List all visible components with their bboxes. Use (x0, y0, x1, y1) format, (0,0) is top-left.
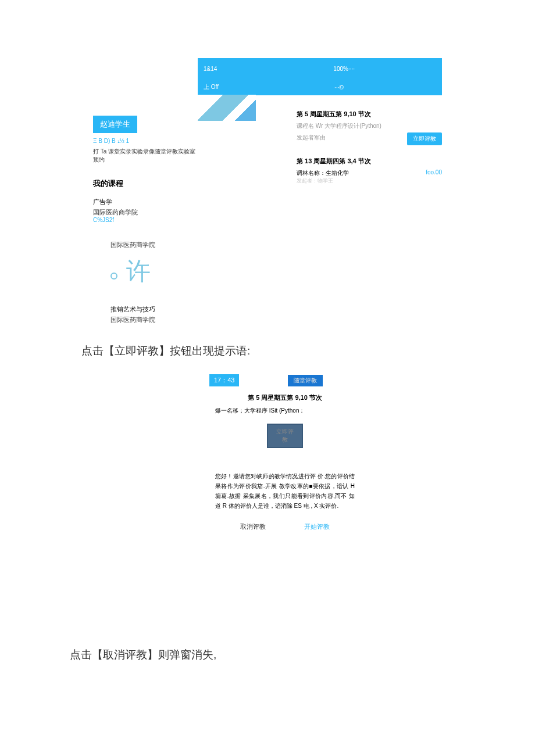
status-row2-left: 上 Off (204, 83, 219, 91)
course-name: 广告学 (93, 198, 201, 206)
eval-title: 第 13 周星期四第 3,4 节次 (297, 157, 442, 166)
status-row2-mid: ···© (219, 84, 436, 91)
course-name: 推销艺术与技巧 (110, 305, 201, 314)
course-code: C%JS2f (93, 217, 201, 223)
modal-time: 17：43 (209, 374, 239, 386)
user-actions[interactable]: 打 Ta 课堂实录实验录像随堂评教实验室预约 (93, 148, 201, 164)
course-item-3[interactable]: 推销艺术与技巧 国际医药商学院 (93, 305, 201, 324)
modal-area: 17：43 随堂评教 第 5 周星期五第 9,10 节次 爆一名移；大学程序 I… (209, 370, 361, 531)
modal-header-button[interactable]: 随堂评教 (288, 375, 323, 386)
modal-eval-button[interactable]: 立即评教 (267, 424, 303, 448)
eval-card-2: 第 13 周星期四第 3,4 节次 调林名称：生箱化学 foo.00 发起者：物… (297, 157, 442, 185)
course-item-1[interactable]: 广告学 国际医药商学院 C%JS2f (93, 198, 201, 223)
status-time: 1&14 (204, 66, 217, 72)
eval-button[interactable]: 立即评教 (407, 132, 442, 145)
instruction-1: 点击【立即评教】按钮出现提示语: (81, 343, 442, 359)
modal-body: 您好！邀请您对峡师的教学情况进行评 价.您的评价结果将作为评价我茄.开展 教学改… (209, 471, 361, 511)
eval-title: 第 5 周星期五第 9,10 节次 (297, 110, 442, 119)
modal-title: 第 5 周星期五第 9,10 节次 (209, 393, 361, 402)
course-char: 许 (126, 255, 151, 288)
header-illustration (198, 95, 256, 121)
course-college: 国际医药商学院 (110, 316, 201, 324)
course-college: 国际医药商学院 (93, 208, 201, 217)
eval-course: 课程名 Wr 大学程序设计(Python) (297, 122, 442, 130)
eval-card-1: 第 5 周星期五第 9,10 节次 课程名 Wr 大学程序设计(Python) … (297, 110, 442, 145)
status-bar: 1&14 100%···· (198, 58, 442, 79)
modal-sub: 爆一名移；大学程序 ISit (Python： (209, 407, 361, 415)
status-bar-row2: 上 Off ···© (198, 79, 442, 95)
eval-initiator: 发起者：物学王 (297, 177, 442, 185)
course-college: 国际医药商学院 (110, 241, 201, 249)
eval-foo: foo.00 (426, 169, 442, 177)
cancel-button[interactable]: 取消评教 (240, 522, 266, 531)
eval-course: 调林名称：生箱化学 (297, 169, 349, 177)
course-item-2[interactable]: 国际医药商学院 许 (93, 241, 201, 293)
eval-initiator: 发起者军由 (297, 134, 326, 142)
status-battery: 100%···· (217, 66, 436, 72)
start-button[interactable]: 开始评教 (304, 522, 330, 531)
user-badge: 赵迪学生 (93, 116, 137, 133)
my-courses-title: 我的课程 (93, 178, 201, 189)
circle-icon (110, 273, 117, 280)
user-links[interactable]: Ξ B D) B ₁½ 1 (93, 138, 201, 144)
instruction-2: 点击【取消评教】则弹窗消失, (70, 647, 442, 662)
